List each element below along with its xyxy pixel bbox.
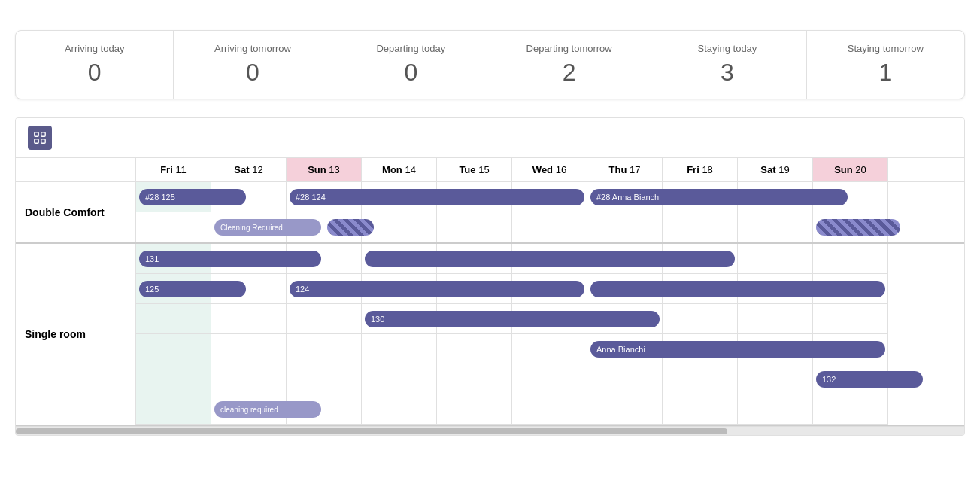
booking-bar[interactable]: 130 — [365, 311, 660, 327]
expand-icon[interactable] — [28, 126, 52, 150]
room-label-1: Single room — [16, 244, 136, 425]
booking-bar[interactable] — [327, 219, 374, 236]
day-header-6: Thu 17 — [587, 158, 663, 181]
stat-item-5: Staying tomorrow 1 — [807, 31, 964, 99]
svg-rect-3 — [41, 139, 45, 143]
booking-bar[interactable] — [365, 251, 735, 267]
stat-label-1: Arriving tomorrow — [181, 43, 323, 54]
booking-bar[interactable]: 132 — [816, 371, 923, 388]
stats-bar: Arriving today 0 Arriving tomorrow 0 Dep… — [15, 30, 965, 99]
day-header-3: Mon 14 — [362, 158, 437, 181]
day-header-2: Sun 13 — [287, 158, 362, 181]
booking-bar[interactable]: 124 — [290, 281, 584, 297]
booking-bar[interactable]: Cleaning Required — [214, 219, 321, 236]
stat-label-3: Departing tomorrow — [498, 43, 640, 54]
booking-bar[interactable]: 125 — [139, 281, 246, 297]
stat-item-4: Staying today 3 — [648, 31, 806, 99]
stat-label-2: Departing today — [340, 43, 482, 54]
svg-rect-1 — [41, 132, 45, 136]
booking-bar[interactable]: 131 — [139, 251, 321, 267]
booking-bar[interactable]: Anna Bianchi — [590, 341, 885, 358]
svg-rect-0 — [35, 132, 38, 136]
stat-item-1: Arriving tomorrow 0 — [174, 31, 332, 99]
stat-item-2: Departing today 0 — [332, 31, 490, 99]
stat-value-0: 0 — [23, 59, 165, 87]
calendar-header — [16, 118, 964, 158]
stat-label-4: Staying today — [656, 43, 798, 54]
booking-bar[interactable]: #28 Anna Bianchi — [590, 189, 848, 205]
room-label-0: Double Comfort — [16, 182, 136, 242]
svg-rect-2 — [35, 139, 38, 143]
day-header-7: Fri 18 — [663, 158, 738, 181]
calendar-container: Fri 11Sat 12Sun 13Mon 14Tue 15Wed 16Thu … — [15, 117, 965, 436]
stat-value-3: 2 — [498, 59, 640, 87]
day-header-0: Fri 11 — [136, 158, 211, 181]
day-header-9: Sun 20 — [813, 158, 888, 181]
stat-value-2: 0 — [340, 59, 482, 87]
stat-item-0: Arriving today 0 — [16, 31, 174, 99]
calendar-scroll[interactable]: Fri 11Sat 12Sun 13Mon 14Tue 15Wed 16Thu … — [16, 158, 964, 435]
day-header-1: Sat 12 — [211, 158, 287, 181]
stat-label-0: Arriving today — [23, 43, 165, 54]
booking-bar[interactable]: cleaning required — [214, 401, 321, 418]
booking-bar[interactable] — [816, 219, 900, 236]
booking-bar[interactable] — [590, 281, 885, 297]
day-header-4: Tue 15 — [437, 158, 512, 181]
stat-item-3: Departing tomorrow 2 — [490, 31, 648, 99]
room-section-1: Single room131125124130Anna Bianchi132cl… — [16, 244, 964, 426]
stat-value-1: 0 — [181, 59, 323, 87]
day-header-5: Wed 16 — [512, 158, 587, 181]
booking-bar[interactable]: #28 124 — [290, 189, 584, 205]
room-section-0: Double Comfort#28 125#28 124#28 Anna Bia… — [16, 182, 964, 244]
stat-value-4: 3 — [656, 59, 798, 87]
stat-value-5: 1 — [815, 59, 957, 87]
day-header-8: Sat 19 — [738, 158, 813, 181]
booking-bar[interactable]: #28 125 — [139, 189, 246, 205]
stat-label-5: Staying tomorrow — [815, 43, 957, 54]
